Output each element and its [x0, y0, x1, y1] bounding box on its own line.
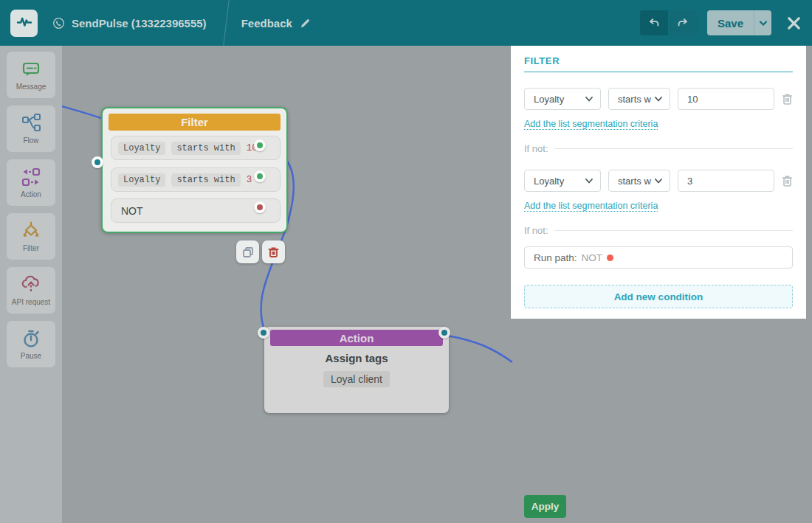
palette-label: Action — [21, 190, 41, 198]
node-toolbar — [236, 240, 285, 263]
condition-value: 3 — [247, 175, 252, 185]
breadcrumb-separator — [223, 0, 230, 46]
redo-icon — [676, 16, 689, 30]
account-title: SendPulse (13322396555) — [72, 17, 207, 30]
panel-title: FILTER — [524, 55, 793, 66]
palette-item-action[interactable]: Action — [7, 159, 55, 206]
panel-condition-row-2: Loyalty starts w — [524, 170, 793, 192]
palette-label: Message — [16, 83, 47, 91]
action-output-port[interactable] — [438, 327, 450, 339]
field-select-value: Loyalty — [534, 94, 564, 105]
action-node-body: Assign tags Loyal client — [264, 352, 449, 387]
flow-icon — [21, 113, 41, 134]
divider-line — [554, 148, 793, 149]
copy-icon — [242, 246, 254, 258]
action-node[interactable]: Action Assign tags Loyal client — [264, 327, 449, 413]
filter-output-port-not[interactable] — [254, 201, 266, 213]
action-tag: Loyal client — [323, 371, 390, 387]
close-icon — [786, 15, 802, 31]
filter-node-header[interactable]: Filter — [109, 114, 281, 131]
operator-select-value: starts w — [618, 94, 651, 105]
palette-item-flow[interactable]: Flow — [7, 105, 55, 152]
top-bar: SendPulse (13322396555) Feedback Save — [0, 0, 812, 46]
field-select[interactable]: Loyalty — [524, 88, 601, 110]
filter-output-port-2[interactable] — [254, 170, 266, 182]
palette-label: Filter — [23, 244, 39, 252]
filter-icon — [21, 221, 41, 241]
pause-icon — [21, 328, 41, 349]
save-button[interactable]: Save — [707, 10, 754, 35]
api-request-icon — [21, 274, 41, 295]
caret-down-icon — [760, 21, 767, 26]
segmentation-link[interactable]: Add the list segmentation criteria — [524, 201, 658, 212]
action-node-header[interactable]: Action — [270, 330, 443, 346]
sendpulse-logo[interactable] — [10, 10, 38, 37]
red-dot-icon — [607, 254, 613, 261]
trash-icon — [782, 93, 793, 105]
chevron-down-icon — [655, 97, 662, 102]
pulse-icon — [16, 13, 33, 33]
remove-condition-button[interactable] — [782, 175, 793, 187]
if-not-label: If not: — [524, 143, 548, 154]
undo-icon — [647, 16, 661, 30]
filter-settings-panel: FILTER Loyalty starts w Add the list seg… — [511, 46, 806, 319]
palette-item-pause[interactable]: Pause — [7, 321, 55, 367]
chevron-down-icon — [585, 179, 593, 184]
field-select-value: Loyalty — [534, 176, 564, 187]
apply-button[interactable]: Apply — [524, 495, 566, 518]
chevron-down-icon — [585, 97, 593, 102]
action-input-port[interactable] — [258, 327, 269, 339]
condition-field: Loyalty — [118, 173, 165, 187]
palette-item-api-request[interactable]: API request — [7, 267, 55, 314]
field-select[interactable]: Loyalty — [524, 170, 601, 192]
save-options-caret[interactable] — [754, 10, 771, 35]
undo-button[interactable] — [640, 10, 668, 35]
redo-button[interactable] — [669, 10, 697, 35]
if-not-divider: If not: — [524, 224, 793, 236]
palette-item-filter[interactable]: Filter — [7, 213, 55, 260]
flow-name: Feedback — [241, 17, 292, 30]
message-icon — [21, 59, 41, 80]
panel-title-rule — [524, 72, 793, 72]
palette-item-message[interactable]: Message — [7, 52, 55, 98]
if-not-label: If not: — [524, 225, 548, 236]
add-new-condition-button[interactable]: Add new condition — [524, 285, 793, 308]
node-palette: Message Flow Action Filter API request P… — [0, 46, 62, 523]
close-button[interactable] — [786, 15, 802, 31]
delete-node-button[interactable] — [262, 240, 285, 263]
filter-input-port[interactable] — [92, 156, 103, 168]
flow-builder-screen: SendPulse (13322396555) Feedback Save — [0, 0, 812, 523]
condition-operator: starts with — [171, 173, 240, 187]
condition-field: Loyalty — [118, 142, 165, 155]
trash-icon — [782, 175, 793, 187]
trash-icon — [268, 246, 279, 258]
operator-select-value: starts w — [618, 176, 651, 187]
duplicate-node-button[interactable] — [236, 240, 259, 263]
if-not-divider: If not: — [524, 142, 793, 154]
value-input[interactable] — [678, 170, 774, 192]
divider-line — [554, 230, 793, 231]
connection-action-out — [447, 336, 512, 362]
save-split-button: Save — [707, 10, 771, 35]
condition-label: NOT — [118, 205, 143, 217]
panel-condition-row-1: Loyalty starts w — [524, 88, 793, 110]
whatsapp-icon — [52, 17, 65, 30]
action-name: Assign tags — [264, 352, 449, 364]
palette-label: API request — [12, 298, 50, 306]
filter-output-port-1[interactable] — [254, 139, 266, 151]
run-path-label: Run path: — [534, 252, 577, 263]
condition-operator: starts with — [171, 142, 240, 155]
filter-node[interactable]: Filter Loyalty starts with 10 Loyalty st… — [101, 107, 288, 233]
value-input[interactable] — [678, 88, 774, 110]
operator-select[interactable]: starts w — [608, 88, 670, 110]
chevron-down-icon — [655, 179, 662, 184]
palette-label: Flow — [23, 136, 38, 145]
flow-canvas[interactable]: Message Flow Action Filter API request P… — [0, 46, 812, 523]
palette-label: Pause — [21, 352, 41, 360]
action-icon — [21, 167, 41, 187]
segmentation-link[interactable]: Add the list segmentation criteria — [524, 119, 658, 130]
edit-flow-name-icon[interactable] — [300, 18, 311, 29]
operator-select[interactable]: starts w — [608, 170, 670, 192]
run-path-field[interactable]: Run path: NOT — [524, 246, 793, 269]
remove-condition-button[interactable] — [782, 93, 793, 105]
